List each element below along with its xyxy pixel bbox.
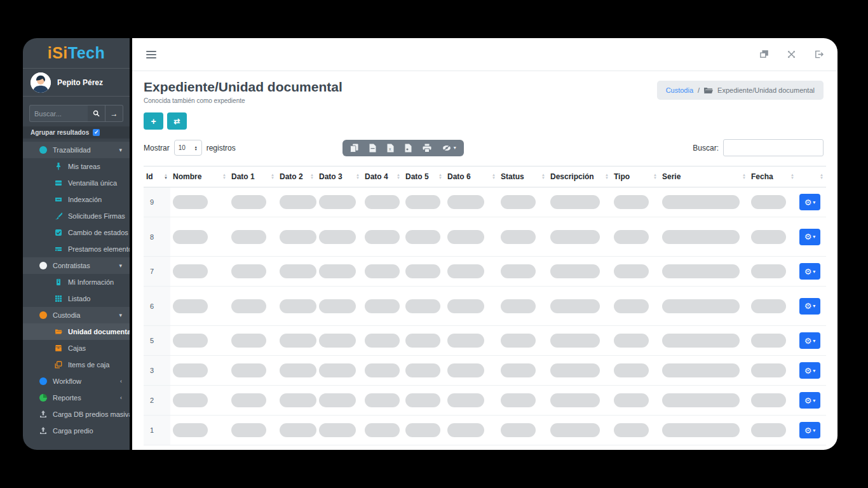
sidebar-item-reportes[interactable]: Reportes ‹: [23, 390, 130, 406]
placeholder-pill: [614, 230, 649, 244]
placeholder-pill: [405, 299, 440, 313]
placeholder-pill: [550, 264, 600, 278]
column-header-dato2[interactable]: Dato 2▲▼: [277, 166, 316, 187]
sort-icon: ▲▼: [222, 173, 226, 180]
row-actions-button[interactable]: ⚙▾: [799, 422, 820, 438]
column-header-fecha[interactable]: Fecha▲▼: [749, 166, 797, 187]
column-header-serie[interactable]: Serie▲▼: [660, 166, 749, 187]
sidebar-item-prestamos-elementos[interactable]: Prestamos elementos: [23, 241, 130, 257]
table-body: 9⚙▾8⚙▾7⚙▾6⚙▾5⚙▾3⚙▾2⚙▾1⚙▾: [144, 187, 826, 445]
arrow-right-icon: →: [111, 109, 118, 118]
sidebar-item-ventanilla-unica[interactable]: Ventanilla única: [23, 175, 130, 191]
placeholder-pill: [173, 264, 208, 278]
column-visibility-button[interactable]: ▾: [442, 144, 456, 152]
placeholder-pill: [751, 195, 786, 209]
fullscreen-icon[interactable]: [787, 50, 796, 59]
column-header-status[interactable]: Status▲▼: [498, 166, 548, 187]
sidebar-item-unidad-documental[interactable]: Unidad documental: [23, 323, 130, 340]
row-actions-button[interactable]: ⚙▾: [799, 229, 820, 245]
placeholder-pill: [231, 264, 266, 278]
user-panel[interactable]: Pepito Pérez: [23, 69, 130, 97]
row-actions-button[interactable]: ⚙▾: [799, 263, 820, 280]
table-row: 9⚙▾: [144, 187, 826, 217]
placeholder-pill: [662, 423, 740, 437]
caret-down-icon: ▾: [813, 200, 815, 205]
sidebar-search-input[interactable]: [29, 105, 88, 122]
logout-icon[interactable]: [814, 50, 824, 59]
sidebar-item-carga-predio[interactable]: Carga predio: [23, 423, 130, 439]
column-header-dato1[interactable]: Dato 1▲▼: [229, 166, 277, 187]
placeholder-pill: [405, 230, 440, 244]
breadcrumb-link-custodia[interactable]: Custodia: [666, 86, 693, 94]
sort-icon: ▲▼: [820, 173, 824, 180]
go-button[interactable]: →: [105, 105, 123, 122]
window-icon: [55, 179, 62, 187]
export-excel-button[interactable]: x: [387, 144, 394, 152]
group-results-row[interactable]: Agrupar resultados ✓: [23, 126, 130, 139]
sidebar-item-trazabilidad[interactable]: Trazabilidad ▾: [23, 142, 130, 158]
page-size-select[interactable]: 10 ▲▼: [174, 140, 202, 156]
column-header-descripcion[interactable]: Descripción▲▼: [548, 166, 611, 187]
placeholder-pill: [231, 423, 266, 437]
sort-icon: ▲▼: [397, 173, 400, 180]
sidebar-item-items-de-caja[interactable]: Items de caja: [23, 356, 130, 373]
placeholder-pill: [751, 299, 786, 313]
print-button[interactable]: [423, 144, 431, 152]
sidebar-item-cambio-de-estados[interactable]: Cambio de estados: [23, 224, 130, 241]
placeholder-pill: [662, 363, 740, 377]
sidebar-item-custodia[interactable]: Custodia ▾: [23, 307, 130, 323]
sidebar-item-indexacion[interactable]: Indexación: [23, 191, 130, 208]
column-header-dato4[interactable]: Dato 4▲▼: [362, 166, 403, 187]
search-button[interactable]: [88, 105, 105, 122]
refresh-button[interactable]: ⇄: [167, 112, 187, 130]
add-button[interactable]: +: [144, 112, 163, 130]
placeholder-pill: [662, 299, 740, 313]
file-pdf-icon: [405, 144, 412, 152]
column-header-dato5[interactable]: Dato 5▲▼: [403, 166, 445, 187]
placeholder-pill: [365, 299, 400, 313]
row-actions-button[interactable]: ⚙▾: [799, 362, 820, 379]
sidebar-item-carga-db-predios-masiva[interactable]: Carga DB predios masiva: [23, 406, 130, 423]
placeholder-pill: [662, 230, 740, 244]
row-id: 1: [144, 416, 170, 445]
file-csv-icon: [369, 144, 376, 152]
sidebar-item-cajas[interactable]: Cajas: [23, 340, 130, 356]
windows-icon[interactable]: [759, 50, 769, 59]
sidebar-item-listado[interactable]: Listado: [23, 290, 130, 307]
sidebar-item-workflow[interactable]: Workflow ‹: [23, 373, 130, 390]
placeholder-pill: [280, 299, 316, 313]
sidebar-item-mi-informacion[interactable]: Mi Información: [23, 274, 130, 290]
placeholder-pill: [550, 363, 600, 377]
export-csv-button[interactable]: [369, 144, 376, 152]
sidebar-menu: Trazabilidad ▾ Mis tareas Ventanilla úni…: [23, 142, 130, 439]
copy-icon: [350, 144, 358, 152]
sidebar-item-contratistas[interactable]: Contratistas ▾: [23, 257, 130, 274]
column-header-actions[interactable]: ▲▼: [797, 166, 826, 187]
row-actions-button[interactable]: ⚙▾: [799, 392, 820, 409]
column-header-dato6[interactable]: Dato 6▲▼: [445, 166, 498, 187]
sidebar-item-mis-tareas[interactable]: Mis tareas: [23, 158, 130, 175]
chevron-down-icon: ▾: [119, 312, 122, 318]
row-actions-button[interactable]: ⚙▾: [799, 332, 820, 349]
column-header-dato3[interactable]: Dato 3▲▼: [316, 166, 362, 187]
copy-button[interactable]: [350, 144, 358, 152]
group-results-checkbox[interactable]: ✓: [93, 129, 100, 136]
column-header-nombre[interactable]: Nombre▲▼: [170, 166, 229, 187]
plus-icon: +: [151, 116, 156, 126]
placeholder-pill: [365, 334, 400, 348]
row-id: 3: [144, 356, 170, 386]
placeholder-pill: [662, 393, 740, 407]
column-header-tipo[interactable]: Tipo▲▼: [611, 166, 660, 187]
column-header-id[interactable]: Id▲▼: [144, 166, 170, 187]
row-actions-button[interactable]: ⚙▾: [799, 194, 820, 210]
placeholder-pill: [405, 264, 440, 278]
export-pdf-button[interactable]: [405, 144, 412, 152]
placeholder-pill: [280, 334, 316, 348]
placeholder-pill: [751, 393, 786, 407]
placeholder-pill: [280, 423, 316, 437]
sidebar-item-solicitudes-firmas[interactable]: Solicitudes Firmas: [23, 208, 130, 224]
pie-chart-icon: [39, 394, 47, 402]
hamburger-menu-icon[interactable]: [146, 51, 156, 58]
row-actions-button[interactable]: ⚙▾: [799, 298, 820, 315]
table-search-input[interactable]: [723, 139, 824, 156]
